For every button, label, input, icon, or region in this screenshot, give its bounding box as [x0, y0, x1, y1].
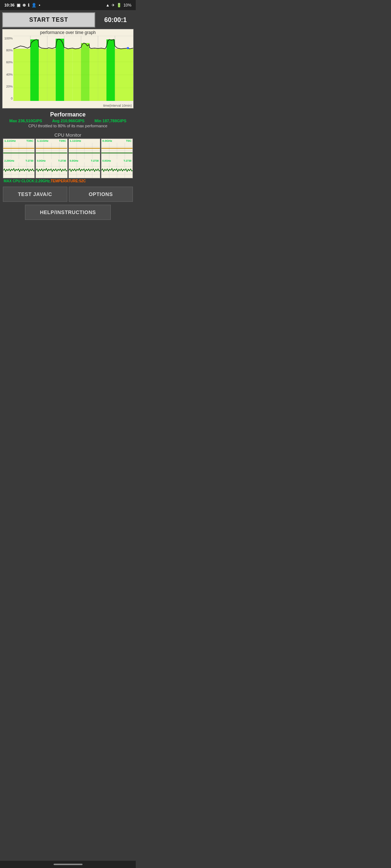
core1-temp-top: T35C	[26, 139, 34, 142]
dot-icon: •	[39, 3, 40, 7]
performance-section: Performance Max 236,510GIPS Avg 210,966G…	[2, 110, 134, 131]
cpu-monitor-title: CPU Monitor	[2, 132, 134, 139]
battery-percent: 10%	[123, 3, 131, 7]
y-label-100: 100%	[3, 37, 13, 40]
info-icon: ℹ	[28, 3, 29, 8]
start-test-button[interactable]: START TEST	[2, 12, 95, 27]
cpu-max-info: MAX CPU CLOCK:2.20GHz,TEMPERATURE:52C	[2, 178, 134, 184]
help-instructions-button[interactable]: HELP/INSTRUCTIONS	[25, 205, 111, 220]
y-label-0: 0	[3, 97, 13, 100]
bottom-buttons-row: TEST JAVA/C OPTIONS	[2, 185, 134, 203]
cpu-core-1-header: 1.11GHz T35C	[3, 139, 34, 143]
cpu-core-4-lower-header: 0.0GHz T-2730	[101, 159, 133, 162]
cpu-core-4-header: 0.0GHz T0C	[101, 139, 133, 143]
perf-avg: Avg 210,966GIPS	[52, 119, 84, 123]
svg-marker-20	[89, 49, 98, 101]
core1-upper-graph	[3, 143, 34, 159]
cpu-core-2-lower-header: 0.0GHz T-2730	[36, 159, 67, 162]
svg-marker-17	[64, 49, 72, 101]
top-row: START TEST 60:00:1	[2, 12, 134, 27]
cpu-core-3-header: 1.11GHz	[69, 139, 100, 143]
svg-marker-15	[47, 49, 55, 101]
cpu-core-3-lower-header: 0.0GHz T-2730	[69, 159, 100, 162]
cpu-core-1-lower-header: 2.20GHz T-2730	[3, 159, 34, 162]
core2-upper-graph	[36, 143, 67, 159]
y-label-20: 20%	[3, 85, 13, 88]
time-display: 10:36	[4, 3, 14, 7]
test-java-c-button[interactable]: TEST JAVA/C	[3, 187, 67, 202]
performance-title: Performance	[4, 111, 131, 118]
core4-lower-graph	[101, 162, 133, 178]
performance-stats: Max 236,510GIPS Avg 210,966GIPS Min 187,…	[4, 119, 131, 123]
core2-freq-top: 1.11GHz	[37, 139, 49, 142]
core1-freq-top: 1.11GHz	[4, 139, 16, 142]
perf-min: Min 187,788GIPS	[94, 119, 126, 123]
status-right: ▲ ✈ 🔋 10%	[106, 3, 131, 8]
battery-icon: 🔋	[117, 3, 122, 8]
performance-graph-section: performance over time graph 100% 80% 60%…	[2, 29, 134, 109]
core3-freq-top: 1.11GHz	[70, 139, 81, 142]
svg-point-24	[127, 47, 129, 49]
cpu-max-clock-label: MAX CPU CLOCK:2.20GHz,	[4, 179, 51, 183]
core2-lower-graph	[36, 162, 67, 178]
cpu-core-1: 1.11GHz T35C	[3, 139, 35, 178]
graph-canvas: 100% 80% 60% 40% 20% 0	[3, 36, 133, 108]
status-bar: 10:36 ▣ ⊕ ℹ 👤 • ▲ ✈ 🔋 10%	[0, 0, 136, 10]
options-button[interactable]: OPTIONS	[69, 187, 133, 202]
y-label-60: 60%	[3, 60, 13, 64]
graph-y-labels: 100% 80% 60% 40% 20% 0	[3, 36, 13, 101]
svg-marker-18	[73, 49, 81, 101]
location-icon: ⊕	[22, 3, 26, 8]
core4-temp-bot: T-2730	[123, 159, 131, 162]
core4-freq-bot: 0.0GHz	[102, 159, 111, 162]
svg-marker-19	[81, 43, 89, 101]
sim-icon: ▣	[17, 3, 20, 8]
perf-max: Max 236,510GIPS	[9, 119, 42, 123]
cpu-core-2: 1.11GHz T35C	[35, 139, 67, 178]
core4-temp-top: T0C	[126, 139, 131, 142]
status-left: 10:36 ▣ ⊕ ℹ 👤 •	[4, 3, 40, 8]
account-icon: 👤	[31, 3, 37, 8]
svg-marker-21	[98, 49, 106, 101]
core2-freq-bot: 0.0GHz	[37, 159, 46, 162]
core1-lower-graph	[3, 162, 34, 178]
core4-freq-top: 0.0GHz	[102, 139, 112, 142]
main-content: START TEST 60:00:1 performance over time…	[0, 10, 136, 221]
y-label-40: 40%	[3, 73, 13, 76]
cpu-temperature-label: TEMPERATURE:52C	[51, 179, 86, 183]
core2-temp-top: T35C	[59, 139, 66, 142]
core3-upper-graph	[69, 143, 100, 159]
svg-marker-13	[30, 39, 39, 101]
graph-title: performance over time graph	[3, 29, 133, 36]
throttle-note: CPU throttled to 80% of its max performa…	[4, 124, 131, 128]
cpu-core-2-header: 1.11GHz T35C	[36, 139, 67, 143]
core3-lower-graph	[69, 162, 100, 178]
core1-temp-bot: T-2730	[25, 159, 33, 162]
cpu-core-4: 0.0GHz T0C	[101, 139, 133, 178]
graph-area	[13, 36, 133, 101]
svg-marker-16	[56, 39, 64, 101]
cpu-cores-grid: 1.11GHz T35C	[2, 139, 134, 178]
graph-x-label: time(interval 10min)	[103, 104, 132, 107]
airplane-icon: ✈	[112, 3, 115, 8]
core2-temp-bot: T-2730	[58, 159, 66, 162]
cpu-core-3: 1.11GHz	[68, 139, 100, 178]
cpu-monitor-section: CPU Monitor 1.11GHz T35C	[2, 132, 134, 184]
svg-marker-12	[13, 49, 30, 101]
svg-marker-22	[106, 39, 115, 101]
svg-marker-23	[115, 49, 133, 101]
core3-freq-bot: 0.0GHz	[70, 159, 79, 162]
wifi-icon: ▲	[106, 3, 110, 7]
core1-freq-bot: 2.20GHz	[4, 159, 14, 162]
core3-temp-bot: T-2730	[91, 159, 99, 162]
core4-upper-graph	[101, 143, 133, 159]
timer-display: 60:00:1	[97, 16, 134, 24]
svg-marker-14	[39, 49, 47, 101]
help-btn-row: HELP/INSTRUCTIONS	[2, 203, 134, 221]
y-label-80: 80%	[3, 48, 13, 52]
